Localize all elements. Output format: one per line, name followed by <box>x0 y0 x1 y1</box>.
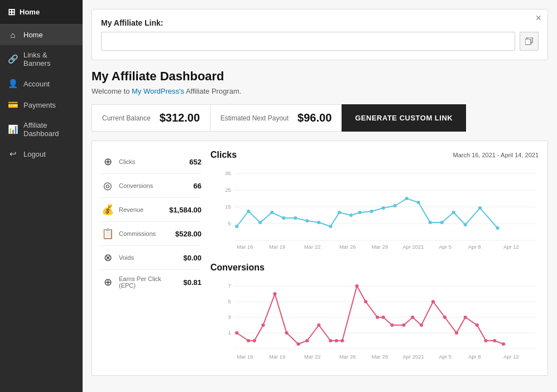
sidebar-item-label: Account <box>23 80 50 88</box>
svg-point-40 <box>464 223 467 226</box>
svg-point-87 <box>493 339 496 342</box>
svg-point-61 <box>235 331 238 335</box>
svg-point-32 <box>370 210 373 213</box>
sidebar-item-label: Logout <box>23 150 46 158</box>
svg-point-78 <box>402 323 405 327</box>
svg-text:Mar 22: Mar 22 <box>304 244 320 250</box>
svg-text:Apr 5: Apr 5 <box>439 244 452 250</box>
conversions-chart-header: Conversions <box>210 263 539 273</box>
sidebar-item-label: Affiliate Dashboard <box>23 121 75 138</box>
next-payout-box: Estimated Next Payout $96.00 <box>210 104 342 132</box>
svg-point-69 <box>317 323 320 327</box>
svg-point-76 <box>382 316 385 319</box>
clicks-chart-title: Clicks <box>210 150 237 160</box>
svg-text:25: 25 <box>225 187 231 193</box>
svg-point-70 <box>329 339 332 342</box>
stat-info-commissions: Commissions <box>119 230 171 237</box>
conversions-chart-section: Conversions 7 5 3 1 <box>210 263 539 366</box>
svg-point-86 <box>484 339 487 342</box>
stat-row-voids: ⊗ Voids $0.00 <box>101 246 201 270</box>
next-payout-label: Estimated Next Payout <box>220 114 289 122</box>
affiliate-dashboard-icon: 📊 <box>8 124 18 134</box>
sidebar-item-account[interactable]: 👤 Account <box>0 73 83 94</box>
sidebar-item-affiliate-dashboard[interactable]: 📊 Affiliate Dashboard <box>0 115 83 143</box>
sidebar-logo-label: Home <box>20 8 40 16</box>
subtitle-link[interactable]: My WordPress's <box>132 87 184 95</box>
svg-point-22 <box>258 221 262 224</box>
clicks-date-range[interactable]: March 16, 2021 - April 14, 2021 <box>453 152 539 158</box>
sidebar-item-label: Links & Banners <box>23 51 75 67</box>
svg-text:Mar 16: Mar 16 <box>237 354 253 360</box>
stat-info-clicks: Clicks <box>119 158 185 165</box>
affiliate-link-input[interactable] <box>101 32 515 51</box>
svg-point-29 <box>338 211 341 214</box>
svg-text:Mar 22: Mar 22 <box>304 354 320 360</box>
affiliate-link-card: ✕ My Affiliate Link: <box>92 9 548 60</box>
svg-text:5: 5 <box>228 299 231 304</box>
stat-row-epc: ⊕ Earns Per Click (EPC) $0.81 <box>101 270 201 294</box>
current-balance-value: $312.00 <box>160 112 200 124</box>
stat-row-commissions: 📋 Commissions $528.00 <box>101 222 201 246</box>
stat-info-revenue: Revenue <box>119 206 165 213</box>
close-button[interactable]: ✕ <box>535 14 542 22</box>
stat-row-conversions: ◎ Conversions 66 <box>101 174 201 198</box>
stat-info-conversions: Conversions <box>119 182 189 189</box>
account-icon: 👤 <box>8 79 18 89</box>
svg-text:Mar 26: Mar 26 <box>339 354 356 360</box>
svg-point-30 <box>349 214 353 217</box>
svg-point-83 <box>455 331 458 335</box>
svg-point-20 <box>235 225 238 228</box>
copy-icon <box>525 37 533 45</box>
page-title: My Affiliate Dashboard <box>92 69 548 84</box>
affiliate-link-row <box>101 32 539 51</box>
svg-text:15: 15 <box>225 204 231 210</box>
svg-point-24 <box>282 216 285 220</box>
svg-text:Apr 2021: Apr 2021 <box>402 354 424 360</box>
svg-point-34 <box>393 204 397 207</box>
conversions-chart-svg: 7 5 3 1 Mar 16 Mar 19 Mar 22 Mar 26 Mar … <box>210 275 539 364</box>
current-balance-label: Current Balance <box>102 114 151 122</box>
svg-point-64 <box>261 323 265 327</box>
stat-row-revenue: 💰 Revenue $1,584.00 <box>101 198 201 222</box>
affiliate-link-label: My Affiliate Link: <box>101 18 539 27</box>
svg-text:1: 1 <box>228 330 231 336</box>
sidebar-item-home[interactable]: ⌂ Home <box>0 25 83 45</box>
svg-point-68 <box>305 339 309 342</box>
svg-text:Mar 19: Mar 19 <box>269 354 285 360</box>
svg-text:35: 35 <box>225 171 231 176</box>
svg-point-36 <box>417 201 420 204</box>
svg-point-81 <box>431 300 435 303</box>
svg-point-26 <box>305 219 309 222</box>
svg-point-23 <box>270 211 273 214</box>
sidebar-item-links-banners[interactable]: 🔗 Links & Banners <box>0 45 83 73</box>
svg-point-85 <box>476 323 479 327</box>
svg-point-28 <box>329 225 332 228</box>
copy-link-button[interactable] <box>520 32 539 51</box>
svg-point-31 <box>358 211 362 214</box>
svg-text:Mar 19: Mar 19 <box>269 244 285 250</box>
sidebar-item-payments[interactable]: 💳 Payments <box>0 94 83 115</box>
stat-info-voids: Voids <box>119 254 179 261</box>
stats-bar: Current Balance $312.00 Estimated Next P… <box>92 104 548 132</box>
svg-point-62 <box>247 339 250 342</box>
sidebar-logo: ⊞ Home <box>0 0 83 25</box>
svg-rect-1 <box>525 39 531 45</box>
svg-text:5: 5 <box>228 221 231 226</box>
svg-text:Apr 5: Apr 5 <box>439 354 452 360</box>
generate-custom-link-button[interactable]: GENERATE CUSTOM LINK <box>342 104 466 132</box>
svg-point-25 <box>294 216 297 220</box>
svg-point-88 <box>502 342 505 346</box>
svg-text:Apr 2021: Apr 2021 <box>402 244 424 250</box>
home-icon: ⊞ <box>8 7 15 17</box>
dashboard-subtitle: Welcome to My WordPress's Affiliate Prog… <box>92 87 548 95</box>
sidebar-item-logout[interactable]: ↩ Logout <box>0 143 83 164</box>
svg-text:Mar 29: Mar 29 <box>372 244 388 250</box>
svg-point-74 <box>364 300 367 303</box>
stats-panel: ⊕ Clicks 652 ◎ Conversions 66 💰 <box>101 150 201 366</box>
svg-point-75 <box>376 316 379 319</box>
svg-point-67 <box>296 342 300 346</box>
svg-point-41 <box>478 206 482 210</box>
svg-text:3: 3 <box>228 314 231 320</box>
epc-icon: ⊕ <box>101 276 114 288</box>
svg-point-80 <box>420 323 423 327</box>
